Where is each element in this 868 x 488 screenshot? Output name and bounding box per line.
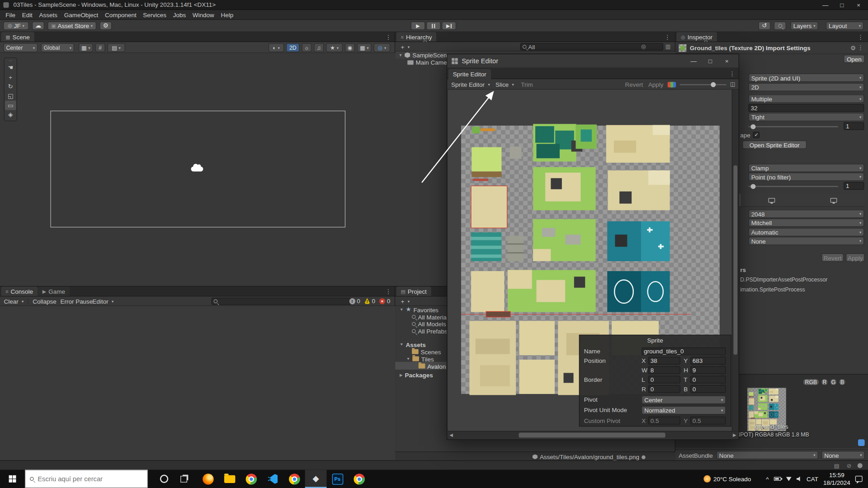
gizmos-dropdown[interactable]: ◎▾: [374, 43, 391, 52]
tab-console[interactable]: ≡Console: [1, 286, 37, 296]
tree-item-scenes[interactable]: Scenes: [412, 348, 441, 355]
taskbar-vscode[interactable]: [262, 470, 283, 488]
version-control-button[interactable]: ↺: [759, 22, 771, 30]
add-object-button[interactable]: +▾: [399, 42, 411, 51]
zoom-slider-handle[interactable]: [642, 455, 646, 460]
volume-icon[interactable]: [797, 476, 802, 481]
border-t-field[interactable]: 0: [690, 375, 726, 383]
color-channel-icon[interactable]: [668, 82, 676, 87]
resize-algorithm-dropdown[interactable]: Mitchell▾: [749, 219, 864, 227]
slider-handle[interactable]: [750, 124, 755, 129]
sprite-h-field[interactable]: 9: [690, 366, 726, 374]
r-button[interactable]: R: [821, 379, 828, 386]
sprite-name-field[interactable]: ground_tiles_0: [642, 347, 726, 355]
tab-sprite-editor[interactable]: Sprite Editor: [448, 69, 491, 79]
max-size-dropdown[interactable]: 2048▾: [749, 210, 864, 218]
foldout-icon[interactable]: ▼: [399, 53, 402, 57]
apply-button[interactable]: Apply: [846, 253, 865, 262]
zoom-slider[interactable]: [680, 79, 726, 89]
layers-dropdown[interactable]: Layers▾: [791, 22, 818, 30]
aniso-value-field[interactable]: 1: [844, 182, 864, 190]
view-tool-button[interactable]: ☚: [5, 63, 16, 73]
scale-tool-button[interactable]: ◱: [5, 91, 16, 101]
asset-bundle-dropdown[interactable]: None▾: [716, 451, 818, 459]
foldout-icon[interactable]: ▼: [406, 357, 410, 361]
mesh-type-dropdown[interactable]: Tight▾: [749, 113, 864, 121]
extrude-value-field[interactable]: 1: [844, 122, 864, 130]
taskbar-firefox[interactable]: [197, 470, 219, 488]
tab-hierarchy[interactable]: ≡Hierarchy: [396, 32, 437, 42]
scrollbar-thumb[interactable]: [733, 165, 737, 355]
sprite-editor-titlebar[interactable]: Sprite Editor — □ ×: [447, 54, 738, 68]
sprite-x-field[interactable]: 38: [648, 357, 680, 365]
platform-tab-standalone[interactable]: [741, 194, 802, 206]
custom-pivot-x-field[interactable]: 0.5: [648, 417, 680, 424]
border-r-field[interactable]: 0: [648, 385, 680, 393]
shading-mode-dropdown[interactable]: ◐▾: [269, 43, 284, 52]
drag-handle[interactable]: ⋯: [5, 59, 16, 63]
settings-button[interactable]: ⚙: [99, 22, 112, 30]
keyboard-language[interactable]: CAT: [807, 475, 818, 482]
open-sprite-editor-button[interactable]: Open Sprite Editor: [742, 141, 807, 149]
revert-button[interactable]: Revert: [821, 253, 844, 262]
border-b-field[interactable]: 0: [690, 385, 726, 393]
slider-track[interactable]: [749, 126, 838, 127]
wifi-icon[interactable]: [786, 477, 792, 481]
menu-gameobject[interactable]: GameObject: [61, 11, 101, 18]
open-button[interactable]: Open: [844, 55, 865, 63]
editor-dropdown[interactable]: Editor▾: [91, 297, 115, 305]
account-button[interactable]: JF▾: [3, 22, 28, 30]
format-dropdown[interactable]: Automatic▾: [749, 228, 864, 236]
move-tool-button[interactable]: +: [5, 72, 16, 82]
minimize-icon[interactable]: —: [817, 0, 834, 10]
menu-edit[interactable]: Edit: [19, 11, 36, 18]
taskbar-search-input[interactable]: [38, 475, 137, 483]
menu-services[interactable]: Services: [140, 11, 170, 18]
more-icon[interactable]: ⋮: [385, 288, 391, 296]
scroll-right-icon[interactable]: ▶: [733, 433, 736, 438]
menu-assets[interactable]: Assets: [36, 11, 61, 18]
g-button[interactable]: G: [830, 379, 837, 386]
tree-item-all-models[interactable]: All Models: [412, 320, 446, 328]
physics-shape-checkbox[interactable]: ✓: [753, 131, 760, 138]
scene-viewport[interactable]: ⋯ ☚ + ↻ ◱ ▭ ◈: [0, 53, 395, 286]
taskbar-chrome-1[interactable]: [240, 470, 262, 488]
rect-tool-button[interactable]: ▭: [5, 101, 16, 110]
error-pause-toggle[interactable]: Error Pause: [59, 297, 94, 305]
more-icon[interactable]: ⋮: [858, 44, 863, 52]
tree-item-all-materials[interactable]: All Materials: [412, 313, 451, 320]
foldout-icon[interactable]: ▼: [400, 308, 403, 312]
info-counter[interactable]: !0: [349, 298, 360, 305]
start-button[interactable]: [0, 470, 25, 488]
b-button[interactable]: B: [839, 379, 846, 386]
clear-button[interactable]: Clear▾: [2, 297, 25, 305]
step-button[interactable]: ▶: [442, 22, 456, 30]
sprite-w-field[interactable]: 8: [648, 366, 680, 374]
picker-icon[interactable]: ◎: [641, 43, 646, 49]
pivot-unit-dropdown[interactable]: Normalized▾: [642, 406, 726, 414]
taskbar-unity-active[interactable]: ◆: [305, 470, 327, 488]
audio-toggle[interactable]: ♫: [314, 43, 324, 52]
scrollbar-thumb[interactable]: [519, 433, 665, 438]
2d-toggle[interactable]: 2D: [286, 43, 299, 52]
scroll-left-icon[interactable]: ◀: [449, 433, 453, 438]
collapse-toggle[interactable]: Collapse: [31, 297, 58, 305]
hierarchy-row-camera[interactable]: Main Camera: [407, 59, 452, 66]
battery-icon[interactable]: [774, 477, 781, 481]
asset-store-button[interactable]: ▣ Asset Store▾: [47, 22, 96, 30]
search-button[interactable]: [774, 22, 786, 30]
horizontal-scrollbar[interactable]: ◀ ▶: [448, 431, 738, 439]
border-l-field[interactable]: 0: [648, 375, 680, 383]
hidden-icons-chevron[interactable]: ^: [766, 475, 769, 482]
tool-orientation-dropdown[interactable]: Global▾: [41, 43, 74, 52]
clock[interactable]: 15:59 18/1/2024: [823, 472, 850, 486]
foldout-icon[interactable]: ▶: [400, 373, 403, 377]
add-asset-button[interactable]: +▾: [399, 297, 411, 305]
compression-dropdown[interactable]: None▾: [749, 237, 864, 245]
pivot-dropdown[interactable]: Center▾: [642, 396, 726, 404]
more-icon[interactable]: ⋮: [385, 34, 391, 41]
close-icon[interactable]: ×: [718, 54, 735, 67]
sprite-y-field[interactable]: 683: [690, 357, 726, 365]
console-log-area[interactable]: [0, 306, 395, 461]
wrap-mode-dropdown[interactable]: Clamp▾: [749, 164, 864, 172]
